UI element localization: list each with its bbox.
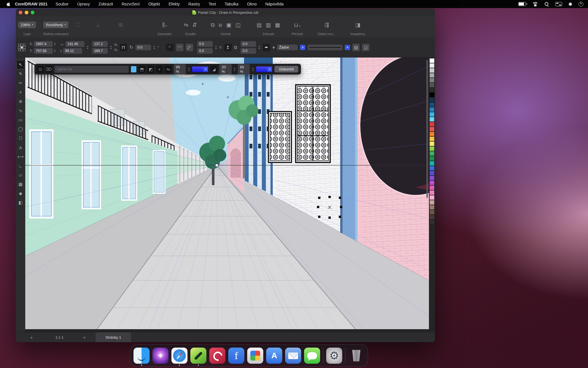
horizon-opacity-field[interactable]: 85 % [238, 64, 250, 74]
perspective-preset-field[interactable]: Vybrat list [55, 66, 129, 73]
color-swatch[interactable] [430, 156, 434, 161]
lines-opacity-field[interactable]: 20 % [219, 64, 232, 74]
toolbox-tool[interactable]: ✎ [17, 70, 25, 78]
corner-round-button[interactable]: ◜ [166, 44, 174, 51]
view-mode-dropdown[interactable]: Rozšířený▾ [43, 22, 68, 28]
toolbox-tool[interactable]: ✂ [17, 79, 25, 87]
toolbox-tool[interactable]: ▭ [17, 116, 25, 124]
color-swatch[interactable] [430, 137, 434, 141]
color-swatch[interactable] [430, 107, 434, 112]
rulers-icon[interactable]: ⊥ [95, 22, 100, 28]
combine-icon[interactable]: ▣ [226, 22, 231, 28]
object-origin-icon[interactable] [18, 44, 25, 51]
color-swatch[interactable] [430, 215, 434, 219]
horizon-color-dropdown[interactable]: ▾ [256, 66, 272, 72]
color-swatch[interactable] [430, 93, 434, 97]
color-swatch[interactable] [430, 200, 434, 205]
color-swatch[interactable] [430, 83, 434, 87]
offset-field-1[interactable]: 0.0 [241, 41, 256, 47]
object-width-field[interactable]: 141.45 [65, 41, 84, 47]
menu-item[interactable]: Efekty [169, 2, 180, 6]
toolbox-tool[interactable]: ▱ [17, 171, 25, 179]
menu-item[interactable]: Rastry [188, 2, 200, 6]
plane-top-button[interactable]: ⬒ [139, 66, 146, 73]
line-style-caret[interactable]: ▾ [345, 45, 350, 50]
toolbox-tool[interactable]: ∿ [17, 106, 25, 115]
toolbox-tool[interactable]: ⎔ [17, 134, 25, 143]
quick-customize-button[interactable]: ◲ [362, 44, 370, 51]
dock-system-preferences[interactable]: ⚙ [326, 348, 342, 364]
perspective-edit-icon[interactable]: ⊡ [37, 66, 44, 73]
color-swatch[interactable] [430, 190, 434, 195]
fill-opacity-stepper[interactable]: ▲▼ [188, 67, 190, 72]
menu-item[interactable]: Rozvržení [122, 2, 140, 6]
corner-scalloped-button[interactable]: ◠ [176, 44, 183, 51]
color-swatch[interactable] [430, 117, 434, 122]
snap-dropdown-icon[interactable]: ⊔▾ [294, 22, 300, 28]
scale-stepper[interactable]: ▲▼ [110, 45, 112, 50]
lines-opacity-stepper[interactable]: ▲▼ [234, 67, 236, 72]
wrap-text-button[interactable]: ▤ [352, 44, 360, 51]
get-more-icon[interactable]: ⇶ [324, 22, 329, 28]
scale-v-field[interactable]: 169.7 [92, 48, 108, 54]
color-swatch[interactable] [430, 146, 434, 151]
line-style-dropdown[interactable] [307, 45, 343, 50]
color-swatch[interactable] [430, 78, 434, 83]
offset-stepper[interactable]: ▲▼ [258, 45, 260, 50]
dock-finder[interactable] [134, 348, 150, 364]
color-swatch[interactable] [430, 181, 434, 185]
battery-icon[interactable] [518, 2, 526, 6]
outline-width-dropdown[interactable]: Žádné [277, 45, 298, 50]
color-swatch[interactable] [430, 112, 434, 117]
toolbox-tool[interactable]: ⊕ [17, 97, 25, 106]
position-back-icon[interactable]: ⧈ [219, 22, 222, 28]
dock-app-store[interactable]: A [266, 348, 282, 364]
toolbox-tool[interactable]: A [17, 143, 25, 152]
toolbox-tool[interactable]: ▦ [17, 180, 25, 189]
grid-icon[interactable]: ⊞ [119, 22, 123, 28]
group-icon[interactable]: ◫ [235, 22, 241, 28]
object-y-field[interactable]: 757.58 [34, 48, 53, 54]
menu-item[interactable]: Soubor [56, 2, 69, 6]
add-page-left-button[interactable]: + [28, 335, 35, 340]
clock-icon[interactable] [579, 2, 583, 7]
spotlight-icon[interactable] [544, 2, 549, 6]
color-swatch[interactable] [430, 141, 434, 146]
offset-field-2[interactable]: 0.0 [241, 48, 256, 54]
color-swatch[interactable] [430, 132, 434, 136]
color-swatch[interactable] [430, 166, 434, 170]
menu-item[interactable]: Zobrazit [98, 2, 113, 6]
y-stepper[interactable]: ▲▼ [54, 49, 56, 53]
lines-color-dropdown[interactable]: ▾ [192, 66, 208, 72]
stack-icon[interactable]: ⧉ [234, 45, 237, 50]
menu-item[interactable]: Nápověda [265, 2, 284, 6]
minimize-button[interactable] [25, 11, 28, 14]
color-swatch[interactable] [430, 102, 434, 107]
toolbox-tool[interactable]: ∟ [17, 162, 25, 170]
menubar-app-name[interactable]: CorelDRAW 2021 [15, 2, 48, 6]
color-swatch[interactable] [430, 185, 434, 190]
toolbox-tool[interactable]: ⌖ [17, 88, 25, 97]
menu-item[interactable]: Úpravy [77, 2, 90, 6]
relative-corner-icon[interactable]: ⌗ [219, 45, 222, 50]
corner-chamfer-button[interactable]: ◸ [186, 44, 193, 51]
corner-stepper[interactable]: ▲▼ [215, 45, 217, 50]
plane-off-button[interactable]: ▪ [156, 66, 163, 73]
add-page-right-button[interactable]: + [81, 335, 88, 340]
dock-corel-red-app[interactable] [209, 348, 225, 364]
size-stepper[interactable]: ▲▼ [87, 45, 89, 50]
plane-color-swatch[interactable] [131, 66, 136, 73]
toolbox-tool[interactable]: ⟷ [17, 152, 25, 161]
control-center-icon[interactable] [555, 2, 562, 6]
inspectors-icon[interactable]: ◨ [355, 22, 360, 28]
window-titlebar[interactable]: Pastel City - Draw in Perspective.cdr [16, 9, 435, 16]
fill-opacity-field[interactable]: 95 % [174, 64, 186, 74]
color-swatch[interactable] [430, 220, 434, 224]
menu-item[interactable]: Objekt [148, 2, 160, 6]
mirror-horizontal-icon[interactable]: ⇋ [184, 22, 188, 28]
color-swatch[interactable] [430, 127, 434, 131]
x-stepper[interactable]: ▲▼ [54, 42, 56, 46]
vertical-scrollbar[interactable] [426, 60, 428, 198]
show-rulers-icon[interactable]: ▤ [257, 22, 262, 28]
proof-colors-icon[interactable]: ⛶ [76, 22, 80, 28]
